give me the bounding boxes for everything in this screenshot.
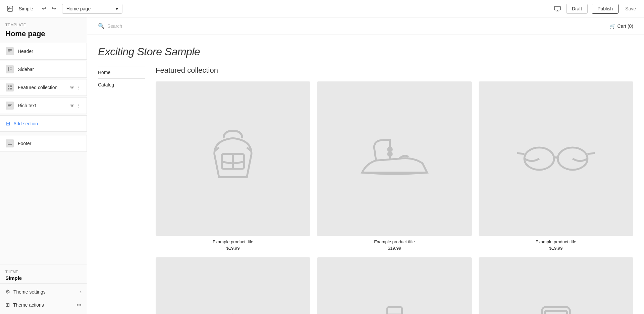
svg-rect-4 [8, 53, 11, 53]
chevron-down-icon: ▾ [116, 6, 118, 11]
grid-icon: ⊞ [5, 302, 10, 308]
svg-rect-8 [8, 85, 9, 87]
svg-point-23 [388, 152, 392, 156]
svg-rect-1 [554, 6, 560, 10]
sidebar: TEMPLATE Home page Header Sidebar Featur… [0, 17, 87, 314]
theme-settings-label: Theme settings [13, 289, 76, 295]
svg-rect-13 [8, 105, 11, 106]
product-title: Example product title [317, 239, 472, 244]
preview-area: 🔍 Search 🛒 Cart (0) Exciting Store Sampl… [87, 17, 644, 314]
store-nav: Home Catalog [98, 66, 145, 314]
theme-section: THEME Simple ⚙ Theme settings › ⊞ Theme … [0, 264, 87, 314]
sidebar-icon [6, 65, 14, 73]
add-section-icon: ⊞ [6, 120, 10, 127]
store-header: 🔍 Search 🛒 Cart (0) [87, 17, 644, 35]
store-main: Featured collection [156, 66, 633, 314]
theme-settings-item[interactable]: ⚙ Theme settings › [0, 285, 87, 298]
undo-redo-group: ↩ ↪ [40, 4, 58, 13]
product-image [317, 257, 472, 314]
back-button[interactable] [5, 4, 15, 13]
svg-rect-7 [10, 69, 12, 70]
rich-text-icon [6, 102, 14, 110]
product-card[interactable]: Example product title $19.99 [317, 257, 472, 314]
svg-rect-2 [8, 49, 12, 51]
product-image [479, 81, 633, 236]
featured-collection-icon [6, 83, 14, 91]
product-card[interactable]: Example product title $19.99 [479, 257, 633, 314]
app-name: Simple [19, 6, 33, 11]
cart-label: Cart (0) [618, 23, 633, 29]
theme-actions-item[interactable]: ⊞ Theme actions ••• [0, 298, 87, 311]
search-icon: 🔍 [98, 23, 105, 29]
featured-collection-label: Featured collection [18, 85, 66, 90]
svg-rect-10 [8, 88, 9, 89]
add-section-button[interactable]: ⊞ Add section [0, 115, 87, 132]
theme-label: THEME [0, 267, 87, 274]
header-label: Header [18, 49, 81, 54]
product-image [156, 81, 310, 236]
product-image [317, 81, 472, 236]
footer-label: Footer [18, 141, 81, 146]
visibility-icon[interactable]: 👁 [70, 85, 74, 90]
svg-rect-14 [8, 107, 10, 107]
nav-item-catalog[interactable]: Catalog [98, 79, 145, 91]
product-card[interactable]: Example product title $19.99 [317, 81, 472, 251]
store-content: Home Catalog Featured collection [87, 66, 644, 314]
svg-rect-12 [8, 104, 12, 105]
svg-line-27 [587, 153, 595, 154]
svg-rect-5 [8, 67, 9, 71]
svg-rect-11 [10, 88, 12, 89]
sidebar-section-label: Sidebar [18, 67, 81, 72]
template-label: TEMPLATE [0, 17, 87, 28]
svg-rect-6 [10, 67, 12, 68]
draft-button[interactable]: Draft [566, 4, 588, 14]
redo-button[interactable]: ↪ [50, 4, 58, 13]
svg-rect-31 [387, 307, 402, 314]
product-title: Example product title [156, 239, 310, 244]
store-search[interactable]: 🔍 Search [98, 23, 122, 29]
sidebar-item-footer[interactable]: Footer [0, 135, 87, 152]
product-title: Example product title [479, 239, 633, 244]
svg-rect-17 [8, 143, 11, 143]
featured-collection-actions: 👁 ⋮ [70, 85, 81, 90]
search-placeholder: Search [107, 23, 122, 29]
collection-title: Featured collection [156, 66, 633, 75]
undo-button[interactable]: ↩ [40, 4, 48, 13]
topbar: Simple ↩ ↪ Home page ▾ Draft Publish Sav… [0, 0, 644, 17]
rich-text-more-icon[interactable]: ⋮ [76, 103, 81, 108]
monitor-icon[interactable] [553, 4, 562, 13]
cart-button[interactable]: 🛒 Cart (0) [610, 23, 633, 29]
page-selector[interactable]: Home page ▾ [62, 4, 122, 14]
product-card[interactable]: Example product title $19.99 [156, 81, 310, 251]
sidebar-item-featured-collection[interactable]: Featured collection 👁 ⋮ [0, 79, 87, 96]
product-price: $19.99 [156, 246, 310, 251]
sidebar-item-header[interactable]: Header [0, 43, 87, 60]
gear-icon: ⚙ [5, 289, 10, 295]
sidebar-item-sidebar[interactable]: Sidebar [0, 61, 87, 78]
rich-text-label: Rich text [18, 103, 66, 108]
main-layout: TEMPLATE Home page Header Sidebar Featur… [0, 17, 644, 314]
more-icon[interactable]: ⋮ [76, 85, 81, 90]
product-grid: Example product title $19.99 [156, 81, 633, 314]
svg-line-26 [517, 153, 524, 154]
theme-actions-more-icon: ••• [76, 302, 82, 308]
nav-item-home[interactable]: Home [98, 66, 145, 79]
product-card[interactable]: Example product title $19.99 [479, 81, 633, 251]
preview-content: 🔍 Search 🛒 Cart (0) Exciting Store Sampl… [87, 17, 644, 314]
product-card[interactable]: Example product title $19.99 [156, 257, 310, 314]
store-title: Exciting Store Sample [87, 35, 644, 66]
publish-button[interactable]: Publish [592, 4, 619, 14]
product-price: $19.99 [479, 246, 633, 251]
product-image [479, 257, 633, 314]
sidebar-item-rich-text[interactable]: Rich text 👁 ⋮ [0, 97, 87, 114]
svg-rect-41 [545, 311, 567, 314]
svg-rect-9 [10, 85, 12, 87]
rich-text-visibility-icon[interactable]: 👁 [70, 103, 74, 108]
save-button[interactable]: Save [623, 4, 639, 13]
svg-rect-15 [8, 144, 12, 145]
page-selector-value: Home page [66, 6, 91, 11]
svg-point-22 [388, 147, 392, 151]
add-section-label: Add section [13, 121, 38, 126]
theme-name: Simple [0, 274, 87, 284]
svg-rect-16 [8, 142, 10, 142]
